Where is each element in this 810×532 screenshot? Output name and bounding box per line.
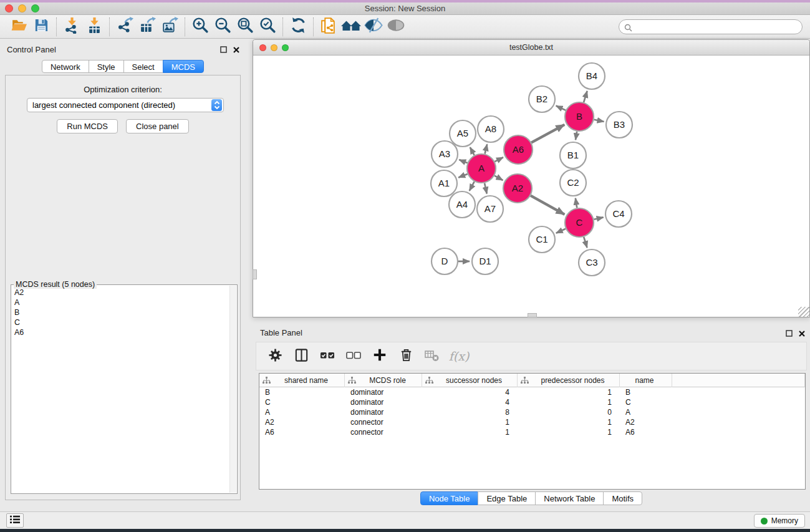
graph-node-C4[interactable]: C4	[605, 201, 632, 227]
edge-C-C2[interactable]	[576, 198, 577, 208]
left-splitter-handle[interactable]	[253, 269, 257, 279]
table-cell[interactable]: dominator	[345, 407, 422, 417]
apply-layout-button[interactable]	[287, 17, 309, 37]
graph-node-A3[interactable]: A3	[432, 141, 458, 167]
network-from-document-button[interactable]	[317, 17, 340, 37]
table-row[interactable]: Adominator80A	[259, 407, 805, 417]
save-session-button[interactable]	[30, 17, 52, 37]
table-cell[interactable]: B	[259, 387, 345, 397]
zoom-selected-button[interactable]	[256, 17, 279, 37]
table-cell[interactable]: A6	[259, 427, 345, 437]
edge-B-B2[interactable]	[556, 106, 566, 110]
table-cell[interactable]: 4	[422, 397, 518, 407]
result-scrollbar[interactable]	[229, 286, 236, 493]
graph-node-B[interactable]: B	[565, 102, 594, 131]
criterion-select[interactable]: largest connected component (directed)	[27, 98, 224, 112]
show-graphics-details-button[interactable]	[385, 17, 407, 37]
zoom-fit-button[interactable]	[234, 17, 256, 37]
home-button[interactable]	[340, 17, 362, 37]
edge-C-C1[interactable]	[556, 229, 566, 233]
export-table-button[interactable]	[136, 17, 158, 37]
run-mcds-button[interactable]: Run MCDS	[57, 119, 118, 133]
tab-motifs[interactable]: Motifs	[603, 491, 642, 505]
edge-A-A4[interactable]	[470, 181, 475, 191]
edge-A-A3[interactable]	[459, 160, 467, 163]
table-row[interactable]: Bdominator41B	[259, 387, 805, 397]
create-column-button[interactable]	[371, 347, 388, 365]
show-columns-button[interactable]	[292, 347, 310, 365]
search-input[interactable]	[619, 19, 803, 34]
graph-node-A2[interactable]: A2	[503, 174, 532, 203]
table-cell[interactable]: 0	[518, 407, 620, 417]
table-cell[interactable]: A2	[620, 417, 672, 427]
graph-node-D1[interactable]: D1	[472, 248, 498, 274]
graph-node-A7[interactable]: A7	[477, 196, 503, 222]
edge-B-B3[interactable]	[594, 120, 604, 122]
hide-graphics-details-button[interactable]	[362, 17, 385, 37]
table-cell[interactable]: 1	[422, 417, 518, 427]
network-canvas[interactable]: B4B2BB3A5A8A6B1A3AC2A1A2A4A7C4CC1C3DD1	[254, 56, 809, 316]
table-cell[interactable]: connector	[345, 417, 422, 427]
column-header-name[interactable]: name	[620, 374, 672, 387]
tab-edge-table[interactable]: Edge Table	[478, 491, 536, 505]
table-row[interactable]: Cdominator41C	[259, 397, 805, 407]
import-network-button[interactable]	[60, 17, 83, 37]
table-cell[interactable]: dominator	[345, 397, 422, 407]
table-settings-button[interactable]	[266, 347, 284, 365]
zoom-out-button[interactable]	[211, 17, 234, 37]
edge-B-B4[interactable]	[584, 91, 587, 102]
graph-node-A1[interactable]: A1	[431, 170, 457, 196]
table-cell[interactable]: connector	[345, 427, 422, 437]
graph-node-A4[interactable]: A4	[449, 191, 475, 218]
close-panel-icon[interactable]	[233, 44, 239, 56]
tab-style[interactable]: Style	[89, 60, 124, 73]
export-network-button[interactable]	[113, 17, 136, 37]
float-panel-icon[interactable]	[220, 44, 227, 56]
table-row[interactable]: A6connector11A6	[259, 427, 805, 437]
table-cell[interactable]: 1	[518, 417, 620, 427]
float-panel-icon[interactable]	[786, 328, 793, 339]
result-item[interactable]: A	[14, 297, 229, 307]
select-all-columns-button[interactable]	[319, 347, 336, 365]
column-header-predecessor-nodes[interactable]: predecessor nodes	[518, 374, 620, 387]
graph-node-A8[interactable]: A8	[478, 116, 504, 142]
edge-A-A8[interactable]	[485, 144, 488, 153]
network-graph[interactable]: B4B2BB3A5A8A6B1A3AC2A1A2A4A7C4CC1C3DD1	[254, 56, 809, 317]
result-item[interactable]: B	[14, 307, 229, 317]
graph-node-C1[interactable]: C1	[529, 226, 555, 253]
table-cell[interactable]: 4	[422, 387, 518, 397]
table-cell[interactable]: A	[259, 407, 345, 417]
network-window-titlebar[interactable]: testGlobe.txt	[253, 40, 809, 56]
function-builder-button[interactable]: f(x)	[450, 347, 467, 365]
table-cell[interactable]: 1	[518, 387, 620, 397]
edge-B-B1[interactable]	[576, 132, 577, 140]
table-cell[interactable]: 1	[422, 427, 518, 437]
graph-node-A[interactable]: A	[467, 154, 496, 183]
edge-A6-B[interactable]	[531, 125, 564, 143]
graph-node-C3[interactable]: C3	[579, 249, 605, 276]
graph-node-A5[interactable]: A5	[450, 120, 476, 147]
table-cell[interactable]: C	[259, 397, 345, 407]
column-header-MCDS-role[interactable]: MCDS role	[345, 374, 422, 387]
table-row[interactable]: A2connector11A2	[259, 417, 805, 427]
graph-node-D[interactable]: D	[432, 248, 458, 274]
tab-network[interactable]: Network	[42, 60, 89, 73]
table-cell[interactable]: 1	[518, 427, 620, 437]
tab-node-table[interactable]: Node Table	[420, 491, 479, 505]
edge-A-A1[interactable]	[458, 174, 468, 178]
graph-node-C[interactable]: C	[565, 208, 594, 237]
deselect-all-columns-button[interactable]	[345, 347, 362, 365]
graph-node-B4[interactable]: B4	[579, 63, 605, 89]
table-cell[interactable]: dominator	[345, 387, 422, 397]
export-image-button[interactable]	[158, 17, 181, 37]
open-session-button[interactable]	[7, 17, 30, 37]
edge-A2-C[interactable]	[531, 196, 564, 215]
tab-mcds[interactable]: MCDS	[163, 60, 204, 73]
table-cell[interactable]: A2	[259, 417, 345, 427]
close-panel-button[interactable]: Close panel	[126, 119, 189, 133]
mcds-result-list[interactable]: A2ABCA6	[11, 288, 229, 492]
result-item[interactable]: A6	[14, 327, 229, 337]
table-cell[interactable]: A6	[620, 427, 672, 437]
table-cell[interactable]: 8	[422, 407, 518, 417]
graph-node-C2[interactable]: C2	[560, 170, 586, 196]
